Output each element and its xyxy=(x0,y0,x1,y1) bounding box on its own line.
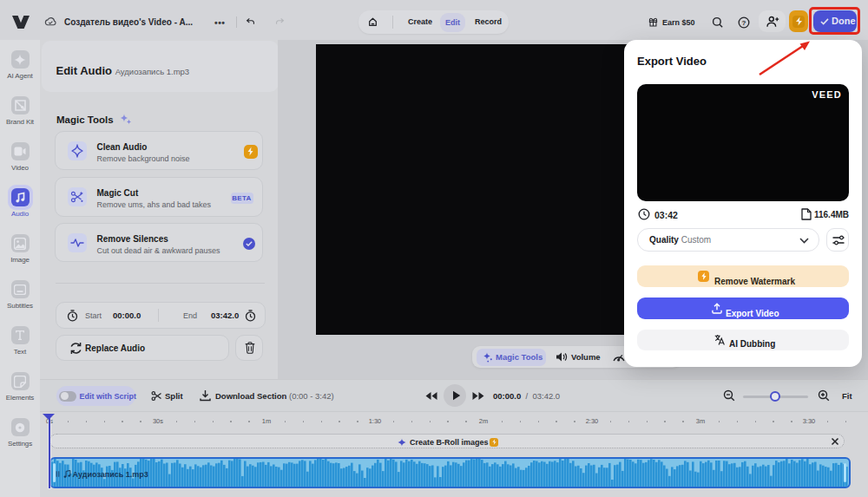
svg-text:?: ? xyxy=(742,19,746,27)
